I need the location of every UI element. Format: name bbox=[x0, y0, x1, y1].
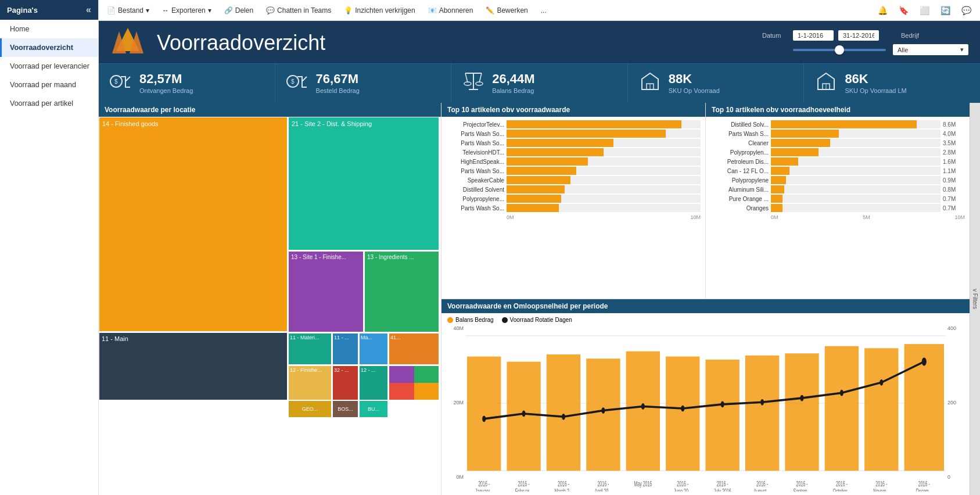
treemap-cell-32[interactable]: 32 - ... bbox=[332, 365, 358, 400]
sidebar-item-home[interactable]: Home bbox=[0, 20, 98, 38]
toolbar-more[interactable]: ... bbox=[539, 5, 549, 16]
toolbar: 📄 Bestand ▾ ↔ Exporteren ▾ 🔗 Delen 💬 Cha… bbox=[99, 0, 980, 21]
treemap-cell-14fg[interactable]: 14 - Finished goods bbox=[99, 117, 288, 332]
svg-point-37 bbox=[562, 414, 565, 420]
dash-header: Voorraadoverzicht Datum Bedrijf Alle bbox=[99, 21, 980, 63]
toolbar-delen[interactable]: 🔗 Delen bbox=[222, 5, 256, 16]
comment-icon[interactable]: 💬 bbox=[958, 2, 974, 19]
sidebar-item-voorraadoverzicht[interactable]: Voorraadoverzicht bbox=[0, 38, 98, 57]
svg-text:Februar...: Februar... bbox=[515, 487, 533, 492]
bar-row-0: ProjectorTelev... bbox=[446, 120, 701, 128]
toolbar-bestand[interactable]: 📄 Bestand ▾ bbox=[105, 5, 152, 16]
bar-track-2 bbox=[507, 139, 701, 147]
svg-line-10 bbox=[479, 73, 482, 82]
kpi-sku-label: SKU Op Voorraad bbox=[669, 87, 720, 94]
bookmark-icon[interactable]: 🔖 bbox=[895, 2, 911, 19]
bar-fill-3 bbox=[507, 148, 604, 156]
filters-panel[interactable]: v Filters bbox=[970, 103, 980, 495]
bar-track-7 bbox=[507, 185, 701, 193]
treemap-cell-11main[interactable]: 11 - Main bbox=[99, 332, 288, 400]
refresh-icon[interactable]: 🔄 bbox=[937, 2, 953, 19]
treemap-cell-21[interactable]: 21 - Site 2 - Dist. & Shipping bbox=[288, 117, 439, 250]
insights-icon: 💡 bbox=[344, 6, 353, 15]
datum-filter-row: Datum Bedrijf bbox=[762, 30, 968, 41]
kpi-balans-data: 26,44M Balans Bedrag bbox=[492, 73, 534, 94]
treemap-cell-mixed[interactable] bbox=[389, 365, 439, 400]
legend-rotatie: Voorraad Rotatie Dagen bbox=[502, 317, 572, 323]
right-panels: Top 10 artikelen obv voorraadwaarde Proj… bbox=[441, 103, 970, 495]
y-axis-right: 400 200 0 bbox=[945, 325, 964, 492]
qty-bar-fill-5 bbox=[771, 167, 789, 175]
date-to-input[interactable] bbox=[838, 30, 879, 41]
svg-text:March 2...: March 2... bbox=[554, 487, 572, 492]
bedrijf-select[interactable]: Alle ▾ bbox=[893, 44, 968, 55]
treemap-label-geo: GEO... bbox=[302, 406, 318, 412]
treemap-cell-12fin[interactable]: 12 - Finishe... bbox=[288, 365, 332, 400]
svg-rect-31 bbox=[785, 353, 819, 471]
svg-text:$: $ bbox=[291, 78, 295, 85]
treemap-micro-2 bbox=[414, 366, 439, 383]
dashboard-filters: Datum Bedrijf Alle ▾ bbox=[762, 30, 968, 55]
slider-thumb[interactable] bbox=[835, 45, 844, 55]
sidebar-item-maand[interactable]: Voorraad per maand bbox=[0, 76, 98, 94]
top10-value-title: Top 10 artikelen obv voorraadwaarde bbox=[441, 103, 705, 117]
bar-fill-7 bbox=[507, 185, 565, 193]
share-icon: 🔗 bbox=[224, 6, 233, 15]
bar-fill-5 bbox=[507, 167, 576, 175]
kpi-besteld-label: Besteld Bedrag bbox=[316, 87, 360, 94]
treemap-cell-13ing[interactable]: 13 - Ingredients ... bbox=[364, 251, 439, 332]
qty-bar-track-8 bbox=[771, 195, 940, 203]
top10-qty-panel: Top 10 artikelen obv voorraadhoeveelheid… bbox=[706, 103, 970, 299]
treemap-content: 14 - Finished goods 21 - Site 2 - Dist. … bbox=[99, 117, 441, 495]
treemap-cell-41[interactable]: 41... bbox=[389, 333, 439, 365]
svg-point-45 bbox=[880, 379, 883, 386]
bar-row-4: HighEndSpeak... bbox=[446, 157, 701, 166]
treemap-cell-ma[interactable]: Ma... bbox=[359, 333, 388, 365]
bar-row-5: Parts Wash So... bbox=[446, 167, 701, 175]
kpi-sku-value: 88K bbox=[669, 73, 720, 85]
toolbar-inzichten[interactable]: 💡 Inzichten verkrijgen bbox=[342, 5, 417, 16]
svg-rect-28 bbox=[666, 357, 699, 471]
bar-fill-0 bbox=[507, 120, 681, 128]
toolbar-teams[interactable]: 💬 Chatten in Teams bbox=[264, 5, 333, 16]
chevron-down-icon: ▾ bbox=[146, 6, 149, 15]
notification-icon[interactable]: 🔔 bbox=[874, 2, 891, 19]
top10-value-axis: 0M10M bbox=[446, 213, 701, 220]
svg-text:October...: October... bbox=[833, 487, 850, 492]
toolbar-exporteren[interactable]: ↔ Exporteren ▾ bbox=[160, 5, 214, 16]
toolbar-bewerken[interactable]: ✏️ Bewerken bbox=[483, 5, 530, 16]
treemap-cell-bos[interactable]: BOS... bbox=[332, 400, 358, 418]
treemap-cell-geo[interactable]: GEO... bbox=[288, 400, 332, 418]
subscribe-icon: 📧 bbox=[428, 6, 437, 15]
treemap-micro-3 bbox=[389, 383, 414, 400]
treemap-cell-11b[interactable]: 11 - ... bbox=[332, 333, 358, 365]
qty-bar-fill-7 bbox=[771, 185, 784, 193]
sidebar-item-artikel[interactable]: Voorraad per artikel bbox=[0, 94, 98, 113]
treemap-cell-13s1[interactable]: 13 - Site 1 - Finishe... bbox=[288, 251, 364, 332]
toolbar-abonneren[interactable]: 📧 Abonneren bbox=[426, 5, 476, 16]
bar-fill-1 bbox=[507, 130, 666, 138]
bar-track-1 bbox=[507, 130, 701, 138]
date-from-input[interactable] bbox=[793, 30, 834, 41]
date-slider[interactable] bbox=[793, 49, 886, 51]
svg-text:April 20...: April 20... bbox=[595, 487, 612, 492]
sidebar-item-leverancier[interactable]: Voorraad per leverancier bbox=[0, 57, 98, 76]
bar-fill-6 bbox=[507, 176, 570, 184]
qty-bar-row-8: Pure Orange ...0.7M bbox=[710, 195, 965, 203]
sidebar-collapse-button[interactable]: « bbox=[86, 5, 91, 15]
svg-point-35 bbox=[482, 416, 486, 422]
treemap-label-ma: Ma... bbox=[360, 333, 387, 342]
treemap-cell-12b[interactable]: 12 - ... bbox=[359, 365, 388, 400]
treemap-cell-11mat[interactable]: 11 - Materi... bbox=[288, 333, 332, 365]
treemap-label-32: 32 - ... bbox=[333, 366, 358, 374]
svg-line-9 bbox=[465, 73, 468, 82]
svg-rect-25 bbox=[547, 354, 580, 471]
company-logo bbox=[110, 27, 145, 59]
dashboard-title: Voorraadoverzicht bbox=[157, 31, 751, 55]
svg-rect-33 bbox=[864, 348, 898, 471]
treemap-label-14fg: 14 - Finished goods bbox=[99, 117, 287, 130]
qty-bar-fill-4 bbox=[771, 157, 798, 166]
qty-bar-track-0 bbox=[771, 120, 940, 128]
treemap-cell-bu[interactable]: BU... bbox=[359, 400, 388, 418]
view-icon[interactable]: ⬜ bbox=[916, 2, 932, 19]
